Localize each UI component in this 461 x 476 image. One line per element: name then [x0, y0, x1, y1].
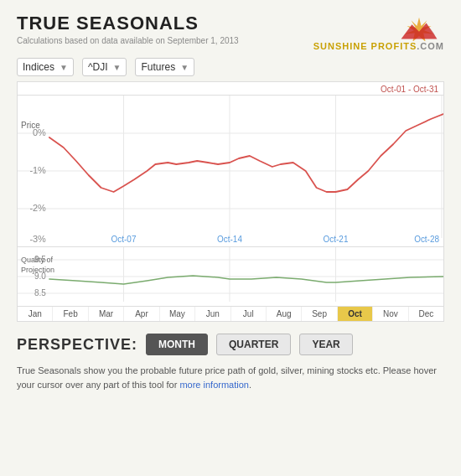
indices-arrow-icon: ▼	[60, 63, 68, 72]
month-item-apr[interactable]: Apr	[124, 307, 159, 321]
description-end: .	[249, 380, 251, 390]
more-info-link[interactable]: more information	[179, 380, 249, 390]
logo-graphic	[394, 16, 444, 41]
quality-axis-label: Quality ofProjection	[21, 256, 54, 275]
header: TRUE SEASONALS Calculations based on dat…	[17, 13, 444, 51]
svg-text:Oct-21: Oct-21	[324, 235, 349, 244]
perspective-label: PERSPECTIVE:	[17, 336, 137, 354]
description: True Seasonals show you the probable fut…	[17, 364, 444, 391]
main-container: TRUE SEASONALS Calculations based on dat…	[0, 0, 461, 404]
indices-dropdown[interactable]: Indices ▼	[17, 58, 74, 76]
main-title: TRUE SEASONALS	[17, 13, 239, 34]
chart-wrapper: Oct-01 - Oct-31 Price 0% -1% -2% -3%	[17, 81, 444, 307]
month-item-mar[interactable]: Mar	[89, 307, 124, 321]
perspective-row: PERSPECTIVE: MONTH QUARTER YEAR	[17, 334, 444, 355]
subtitle: Calculations based on data available on …	[17, 36, 239, 45]
symbol-dropdown[interactable]: ^DJI ▼	[82, 58, 127, 76]
futures-label: Futures	[141, 61, 175, 73]
month-item-jun[interactable]: Jun	[195, 307, 230, 321]
year-button[interactable]: YEAR	[299, 334, 352, 355]
month-button[interactable]: MONTH	[146, 334, 208, 355]
logo-text: SUNSHINE PROFITS.COM	[313, 41, 444, 51]
title-block: TRUE SEASONALS Calculations based on dat…	[17, 13, 239, 45]
logo: SUNSHINE PROFITS.COM	[313, 16, 444, 51]
month-axis: JanFebMarAprMayJunJulAugSepOctNovDec	[17, 307, 444, 322]
price-chart-svg: 0% -1% -2% -3% Oct-07 Oct-14 Oct-21 Oct-…	[18, 96, 443, 246]
quarter-button[interactable]: QUARTER	[216, 334, 291, 355]
svg-text:Oct-14: Oct-14	[217, 235, 242, 244]
svg-text:8.5: 8.5	[34, 288, 46, 298]
month-item-nov[interactable]: Nov	[373, 307, 408, 321]
month-item-jan[interactable]: Jan	[18, 307, 53, 321]
svg-text:Oct-28: Oct-28	[414, 235, 439, 244]
date-range: Oct-01 - Oct-31	[17, 81, 444, 95]
symbol-label: ^DJI	[88, 61, 108, 73]
quality-chart-svg: 9.5 9.0 8.5	[18, 247, 443, 306]
month-item-jul[interactable]: Jul	[231, 307, 267, 321]
svg-text:-1%: -1%	[29, 165, 46, 175]
svg-text:-3%: -3%	[29, 234, 46, 244]
month-item-dec[interactable]: Dec	[409, 307, 443, 321]
month-item-feb[interactable]: Feb	[53, 307, 88, 321]
symbol-arrow-icon: ▼	[113, 63, 122, 72]
futures-arrow-icon: ▼	[180, 63, 189, 72]
price-axis-label: Price	[21, 121, 40, 130]
indices-label: Indices	[23, 61, 54, 73]
svg-text:Oct-07: Oct-07	[111, 235, 137, 244]
quality-chart-area: Quality ofProjection 9.5 9.0 8.5	[17, 247, 444, 307]
futures-dropdown[interactable]: Futures ▼	[135, 58, 194, 76]
month-item-sep[interactable]: Sep	[302, 307, 337, 321]
month-item-may[interactable]: May	[160, 307, 195, 321]
month-item-aug[interactable]: Aug	[267, 307, 302, 321]
month-item-oct[interactable]: Oct	[338, 307, 373, 321]
svg-text:-2%: -2%	[29, 203, 46, 213]
controls: Indices ▼ ^DJI ▼ Futures ▼	[17, 58, 444, 76]
price-chart-area: Price 0% -1% -2% -3% Oct-07 Oct-14	[17, 95, 444, 247]
